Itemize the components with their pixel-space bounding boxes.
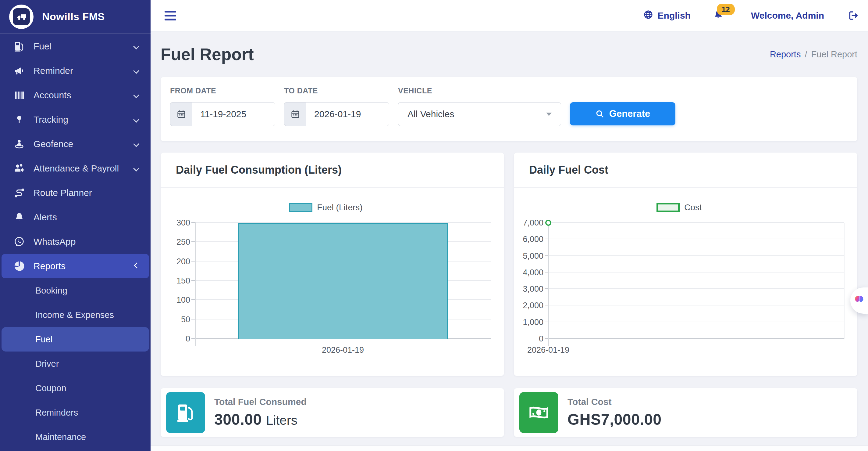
sidebar-item-alerts[interactable]: Alerts — [0, 205, 151, 229]
brand-logo — [9, 5, 33, 29]
sidebar-item-fuel[interactable]: Fuel — [0, 34, 151, 59]
fuel-pump-icon — [166, 392, 205, 433]
chart-legend[interactable]: Cost — [514, 203, 844, 213]
brand[interactable]: Nowills FMS — [0, 0, 151, 34]
total-cost-value: GHS7,000.00 — [567, 411, 661, 428]
chart-card-header: Daily Fuel Cost — [514, 152, 857, 188]
submenu-label: Income & Expenses — [35, 310, 114, 320]
topbar-right: English 12 Welcome, Admin — [643, 9, 859, 22]
y-tick-label: 6,000 — [523, 235, 544, 244]
logout-button[interactable] — [848, 10, 859, 21]
fuel-cost-chart-card: Daily Fuel Cost Cost 01,0002,0003,0004,0… — [514, 152, 857, 376]
y-tick-mark — [191, 280, 195, 281]
charts-row: Daily Fuel Consumption (Liters) Fuel (Li… — [161, 152, 857, 376]
sidebar-item-accounts[interactable]: Accounts — [0, 83, 151, 107]
y-tick-label: 300 — [177, 218, 190, 228]
to-date-input[interactable]: 2026-01-19 — [306, 102, 389, 126]
gridline — [548, 321, 844, 322]
total-cost-info: Total Cost GHS7,000.00 — [567, 397, 661, 428]
y-axis-line — [195, 222, 196, 346]
total-cost-card: Total Cost GHS7,000.00 — [514, 388, 857, 437]
y-tick-label: 100 — [177, 295, 190, 305]
sidebar-item-route-planner[interactable]: Route Planner — [0, 181, 151, 205]
gridline — [548, 238, 844, 239]
fuel-pump-icon — [12, 39, 26, 53]
from-date-label: FROM DATE — [170, 86, 275, 95]
y-axis-line — [548, 222, 549, 346]
submenu-item-maintenance[interactable]: Maintenance — [0, 425, 151, 449]
submenu-label: Reminders — [35, 408, 78, 418]
menu-toggle-button[interactable] — [164, 11, 176, 21]
y-tick-label: 150 — [177, 276, 190, 286]
next-section-edge — [151, 446, 868, 451]
generate-button-label: Generate — [609, 108, 650, 119]
totals-row: Total Fuel Consumed 300.00 Liters — [161, 388, 857, 437]
notification-badge: 12 — [717, 4, 735, 15]
generate-button[interactable]: Generate — [570, 102, 675, 125]
sidebar-item-label: Tracking — [33, 114, 134, 125]
breadcrumb: Reports / Fuel Report — [770, 50, 857, 59]
submenu-item-driver[interactable]: Driver — [0, 351, 151, 376]
y-tick-label: 200 — [177, 257, 190, 266]
sidebar-item-label: Reminder — [33, 65, 134, 76]
sidebar-item-tracking[interactable]: Tracking — [0, 107, 151, 132]
sidebar-item-geofence[interactable]: Geofence — [0, 132, 151, 156]
x-tick-label: 2026-01-19 — [527, 345, 569, 355]
y-tick-mark — [191, 242, 195, 242]
y-tick-label: 0 — [539, 334, 544, 344]
gridline — [548, 305, 844, 306]
content: Fuel Report Reports / Fuel Report FROM D… — [151, 31, 868, 451]
plot-row: 050100150200250300 2026-01-19 — [161, 223, 491, 339]
vehicle-group: VEHICLE All Vehicles — [398, 86, 561, 126]
reports-submenu: Booking Income & Expenses Fuel Driver Co… — [0, 278, 151, 449]
y-tick-label: 1,000 — [523, 317, 544, 327]
main-area: English 12 Welcome, Admin — [151, 0, 868, 451]
breadcrumb-current: Fuel Report — [811, 50, 857, 59]
calendar-icon — [284, 102, 306, 126]
total-fuel-label: Total Fuel Consumed — [214, 397, 307, 407]
y-axis-labels: 01,0002,0003,0004,0005,0006,0007,000 — [514, 223, 548, 339]
vehicle-select-value: All Vehicles — [407, 109, 454, 119]
sidebar-item-attendance-payroll[interactable]: Attendance & Payroll — [0, 156, 151, 181]
barcode-icon — [12, 88, 26, 102]
from-date-group: FROM DATE 11-19-2025 — [170, 86, 275, 126]
y-tick-mark — [545, 255, 548, 256]
y-tick-mark — [545, 272, 548, 273]
route-icon — [12, 186, 26, 200]
vehicle-select[interactable]: All Vehicles — [398, 102, 561, 126]
logout-icon — [848, 10, 859, 21]
submenu-item-fuel[interactable]: Fuel — [2, 327, 149, 351]
bell-icon — [12, 210, 26, 224]
chart-title: Daily Fuel Consumption (Liters) — [176, 164, 342, 176]
caret-down-icon — [546, 113, 552, 116]
notifications-button[interactable]: 12 — [713, 9, 724, 22]
y-tick-label: 5,000 — [523, 251, 544, 261]
gridline — [548, 272, 844, 273]
user-menu[interactable]: Welcome, Admin — [751, 10, 824, 21]
submenu-item-booking[interactable]: Booking — [0, 278, 151, 303]
sidebar-item-whatsapp[interactable]: WhatsApp — [0, 229, 151, 254]
sidebar: Nowills FMS Fuel — [0, 0, 151, 451]
legend-label: Fuel (Liters) — [317, 203, 362, 213]
y-tick-mark — [545, 288, 548, 289]
bar-2026-01-19 — [238, 223, 448, 339]
chart-card-header: Daily Fuel Consumption (Liters) — [161, 152, 504, 188]
total-fuel-info: Total Fuel Consumed 300.00 Liters — [214, 397, 307, 428]
gridline — [548, 288, 844, 289]
filter-card: FROM DATE 11-19-2025 TO DATE — [161, 77, 857, 141]
submenu-item-reminders[interactable]: Reminders — [0, 400, 151, 425]
page-head: Fuel Report Reports / Fuel Report — [161, 31, 857, 77]
legend-swatch — [289, 203, 312, 212]
sidebar-item-reports[interactable]: Reports — [2, 254, 149, 278]
chart-body: Fuel (Liters) 050100150200250300 2026-01… — [161, 203, 504, 339]
search-icon — [595, 109, 604, 118]
sidebar-item-reminder[interactable]: Reminder — [0, 59, 151, 83]
submenu-item-coupon[interactable]: Coupon — [0, 376, 151, 400]
language-selector[interactable]: English — [643, 9, 691, 22]
chart-legend[interactable]: Fuel (Liters) — [161, 203, 491, 213]
from-date-input[interactable]: 11-19-2025 — [192, 102, 275, 126]
y-tick-mark — [191, 338, 195, 339]
total-cost-label: Total Cost — [567, 397, 661, 407]
breadcrumb-parent[interactable]: Reports — [770, 50, 801, 59]
submenu-item-income-expenses[interactable]: Income & Expenses — [0, 303, 151, 327]
